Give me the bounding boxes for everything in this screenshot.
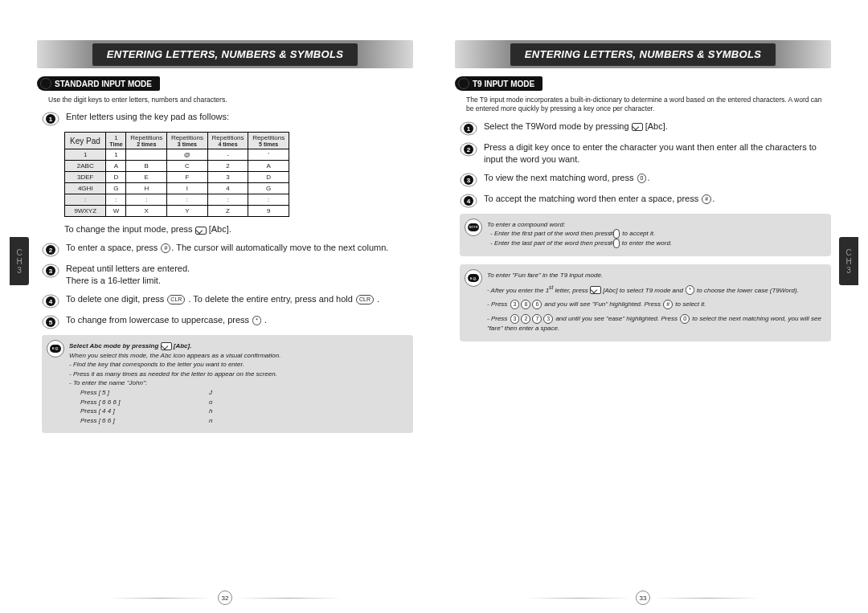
intro-right: The T9 input mode incorporates a built-i… (455, 96, 831, 114)
svg-text:5: 5 (49, 319, 53, 326)
step-badge-1: 1 (42, 112, 59, 126)
intro-left: Use the digit keys to enter letters, num… (37, 96, 413, 104)
section-header-standard: STANDARD INPUT MODE (37, 76, 160, 91)
svg-text:4: 4 (467, 198, 471, 205)
page-right: C H 3 ENTERING LETTERS, NUMBERS & SYMBOL… (455, 40, 831, 613)
clr-key-icon: CLR (356, 295, 374, 304)
example-box-left: e.g. Select Abc mode by pressing [Abc]. … (42, 335, 413, 433)
example-box-right: e.g. To enter "Fun fare" in the T9 input… (460, 264, 831, 341)
svg-text:1: 1 (49, 116, 53, 123)
section-header-t9: T9 INPUT MODE (455, 76, 542, 91)
step-badge-4: 4 (42, 294, 59, 309)
eg-badge: e.g. (47, 340, 64, 358)
step-3: 3 Repeat until letters are entered.There… (42, 263, 413, 287)
svg-text:4: 4 (49, 298, 53, 305)
svg-text:2: 2 (49, 247, 53, 254)
chapter-tab-left: C H 3 (10, 237, 29, 285)
header-text: ENTERING LETTERS, NUMBERS & SYMBOLS (107, 48, 343, 60)
pound-key-icon: # (161, 243, 170, 253)
svg-text:2: 2 (467, 146, 471, 153)
page-header-left: ENTERING LETTERS, NUMBERS & SYMBOLS (37, 40, 413, 68)
svg-text:3: 3 (467, 177, 471, 184)
svg-text:3: 3 (49, 268, 53, 275)
r-step-4: 4 To accept the matching word then enter… (460, 193, 831, 207)
step-badge-3: 3 (42, 264, 59, 288)
r-step-3: 3 To view the next matching word, press … (460, 172, 831, 186)
clr-key-icon: CLR (167, 295, 185, 304)
page-spread: C H 3 ENTERING LETTERS, NUMBERS & SYMBOL… (0, 0, 868, 613)
step-badge-2: 2 (42, 243, 59, 257)
chapter-tab-right: C H 3 (839, 237, 858, 285)
step-badge-5: 5 (42, 315, 59, 329)
step-1: 1 Enter letters using the key pad as fol… (42, 111, 413, 125)
star-key-icon: * (252, 316, 261, 325)
mode-icon (632, 123, 643, 131)
zero-key-icon: 0 (637, 174, 647, 183)
step-4: 4 To delete one digit, press CLR . To de… (42, 293, 413, 308)
note-badge: NOTE (465, 219, 482, 236)
page-header-right: ENTERING LETTERS, NUMBERS & SYMBOLS (455, 40, 831, 68)
keypad-table: Key Pad 1Time Repetitions2 times Repetit… (64, 132, 289, 217)
eg-badge: e.g. (465, 269, 482, 287)
page-number-left: 32 (108, 591, 342, 605)
mode-icon (590, 286, 601, 294)
r-step-1: 1 Select the T9Word mode by pressing [Ab… (460, 121, 831, 135)
mode-icon (161, 342, 172, 350)
page-number-right: 33 (526, 591, 760, 605)
step-1b: To change the input mode, press [Abc]. (64, 223, 413, 235)
svg-text:1: 1 (467, 125, 471, 133)
note-box: NOTE To enter a compound word: Enter the… (460, 214, 831, 257)
step-5: 5 To change from lowercase to uppercase,… (42, 314, 413, 329)
step-2: 2 To enter a space, press #. The cursor … (42, 242, 413, 256)
r-step-2: 2 Press a digit key once to enter the ch… (460, 141, 831, 166)
page-left: C H 3 ENTERING LETTERS, NUMBERS & SYMBOL… (37, 40, 413, 613)
pound-key-icon: # (702, 194, 711, 204)
mode-icon (195, 227, 207, 235)
